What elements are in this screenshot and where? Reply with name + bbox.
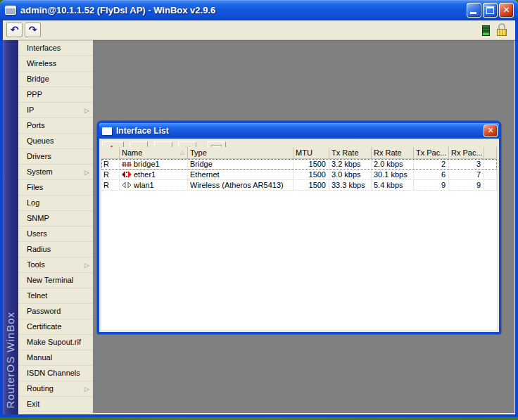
sidebar-item-radius[interactable]: Radius [18,242,93,257]
name-cell: ether1 [120,170,188,180]
sidebar-item-tools[interactable]: Tools▷ [18,257,93,273]
sidebar-item-ppp[interactable]: PPP [18,87,93,103]
rx-packets-cell: 7 [449,170,484,180]
header-name[interactable]: Name△ [120,147,188,159]
name-cell: wlan1 [120,180,188,191]
lock-body [497,29,507,36]
rx-rate-cell: 5.4 kbps [372,180,414,191]
sidebar-item-label: Exit [27,400,39,408]
sidebar-item-telnet[interactable]: Telnet [18,288,93,304]
sidebar-item-label: Manual [27,353,52,362]
sidebar-item-manual[interactable]: Manual [18,350,93,366]
header-tx-packets[interactable]: Tx Pac... [414,147,449,159]
sidebar-item-label: System [27,167,53,176]
header-rx-packets[interactable]: Rx Pac... [449,147,484,159]
header-tx-rate[interactable]: Tx Rate [329,147,372,159]
submenu-arrow-icon: ▷ [84,165,89,180]
flag-cell: R [101,159,120,170]
sidebar-item-label: ISDN Channels [27,369,80,377]
sidebar-item-interfaces[interactable]: Interfaces [18,41,93,56]
sidebar-item-make-supout[interactable]: Make Supout.rif [18,335,93,350]
spacer-cell [484,170,497,180]
flag-cell: R [101,180,120,191]
close-icon: ✕ [500,4,513,17]
submenu-arrow-icon: ▷ [84,103,89,118]
interface-list-titlebar[interactable]: Interface List ✕ [99,123,499,139]
tx-packets-cell: 2 [414,159,449,170]
tx-rate-cell: 3.0 kbps [329,170,372,180]
sidebar-item-files[interactable]: Files [18,180,93,196]
rx-packets-cell: 3 [449,159,484,170]
sidebar-item-label: Telnet [27,291,47,300]
sidebar-item-label: Queues [27,136,54,145]
sidebar-item-label: Make Supout.rif [27,338,81,346]
undo-button[interactable]: ↶ [6,23,23,37]
interface-list-window: Interface List ✕ +▾ − ✔ ✖ Name△ Type MTU… [97,121,501,334]
header-rx-rate[interactable]: Rx Rate [372,147,414,159]
header-spacer [484,147,497,159]
maximize-button[interactable] [483,3,498,18]
sidebar-item-certificate[interactable]: Certificate [18,319,93,335]
interface-table: Name△ Type MTU Tx Rate Rx Rate Tx Pac...… [101,147,497,330]
sidebar-item-label: IP [27,106,34,114]
sidebar-item-label: Routing [27,384,53,393]
interface-list-title: Interface List [116,126,169,136]
sidebar-menu: Interfaces Wireless Bridge PPP IP▷ Ports… [18,40,93,414]
close-icon: ✕ [487,126,493,135]
submenu-arrow-icon: ▷ [84,257,89,273]
redo-button[interactable]: ↷ [25,23,41,37]
sidebar-item-password[interactable]: Password [18,304,93,319]
mtu-cell: 1500 [293,170,329,180]
minimize-button[interactable] [467,3,481,18]
type-cell: Ethernet [188,170,293,180]
sidebar-item-label: Files [27,183,43,191]
lock-shackle [498,23,505,29]
name-cell: bridge1 [120,159,188,170]
sort-ascending-icon: △ [180,147,184,158]
sidebar-item-label: Certificate [27,322,62,331]
window-controls: ✕ [467,3,514,18]
sidebar-item-wireless[interactable]: Wireless [18,56,93,72]
rx-rate-cell: 30.1 kbps [372,170,414,180]
sidebar-item-label: PPP [27,90,42,98]
sidebar-item-log[interactable]: Log [18,196,93,211]
brand-strip: RouterOS WinBox [3,40,18,414]
rx-packets-cell: 9 [449,180,484,191]
sidebar-item-new-terminal[interactable]: New Terminal [18,273,93,288]
bridge-icon [122,160,132,167]
header-mtu[interactable]: MTU [293,147,329,159]
secure-lock-icon [496,23,507,36]
sidebar-item-routing[interactable]: Routing▷ [18,381,93,397]
sidebar-item-exit[interactable]: Exit [18,397,93,412]
sidebar-item-drivers[interactable]: Drivers [18,149,93,165]
close-button[interactable]: ✕ [499,3,514,18]
sidebar-item-label: Ports [27,121,45,129]
header-flags[interactable] [101,147,120,159]
sidebar-item-users[interactable]: Users [18,227,93,242]
tx-packets-cell: 6 [414,170,449,180]
brand-text: RouterOS WinBox [4,312,16,409]
sidebar-item-isdn-channels[interactable]: ISDN Channels [18,366,93,381]
undo-icon: ↶ [11,24,19,35]
redo-icon: ↷ [29,24,37,35]
sidebar-item-bridge[interactable]: Bridge [18,72,93,87]
sidebar-item-ports[interactable]: Ports [18,118,93,134]
sidebar-item-ip[interactable]: IP▷ [18,103,93,118]
tx-rate-cell: 3.2 kbps [329,159,372,170]
interface-list-close-button[interactable]: ✕ [484,125,498,137]
sidebar-item-snmp[interactable]: SNMP [18,211,93,227]
header-type[interactable]: Type [188,147,293,159]
main-titlebar[interactable]: admin@10.1.1.52 (FlyDsl AP) - WinBox v2.… [0,0,518,20]
window-title: admin@10.1.1.52 (FlyDsl AP) - WinBox v2.… [20,5,215,15]
sidebar-item-queues[interactable]: Queues [18,134,93,149]
sidebar-item-label: Wireless [27,59,56,68]
spacer-cell [484,159,497,170]
sidebar-item-system[interactable]: System▷ [18,165,93,180]
table-row-bridge1[interactable]: R bridge1 Bridge 1500 3.2 kbps 2.0 kbps … [101,159,497,170]
table-row-wlan1[interactable]: R wlan1 Wireless (Atheros AR5413) 1500 3… [101,180,497,191]
table-row-ether1[interactable]: R ether1 Ethernet 1500 3.0 kbps 30.1 kbp… [101,170,497,180]
sidebar-item-label: Interfaces [27,44,61,52]
mtu-cell: 1500 [293,180,329,191]
ethernet-icon [122,171,132,178]
sidebar-item-label: Password [27,307,61,315]
